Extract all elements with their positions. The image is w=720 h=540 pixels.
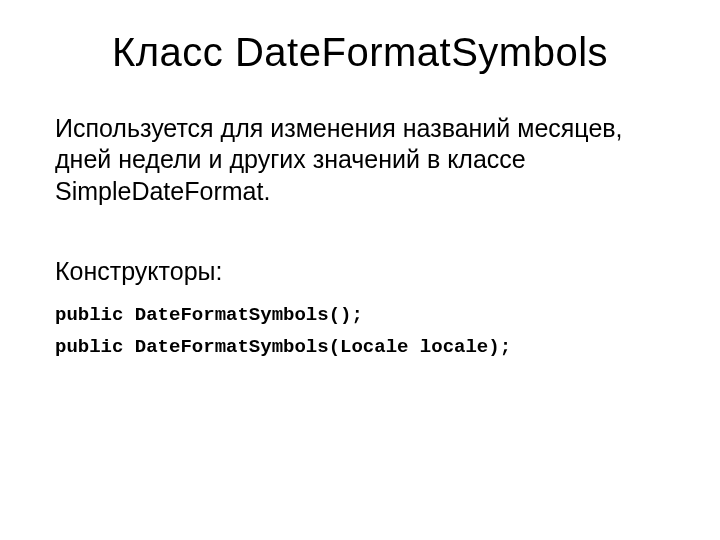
slide-title: Класс DateFormatSymbols xyxy=(55,30,665,75)
code-line: public DateFormatSymbols(); xyxy=(55,304,665,326)
code-line: public DateFormatSymbols(Locale locale); xyxy=(55,336,665,358)
constructors-heading: Конструкторы: xyxy=(55,257,665,286)
slide-description: Используется для изменения названий меся… xyxy=(55,113,665,207)
